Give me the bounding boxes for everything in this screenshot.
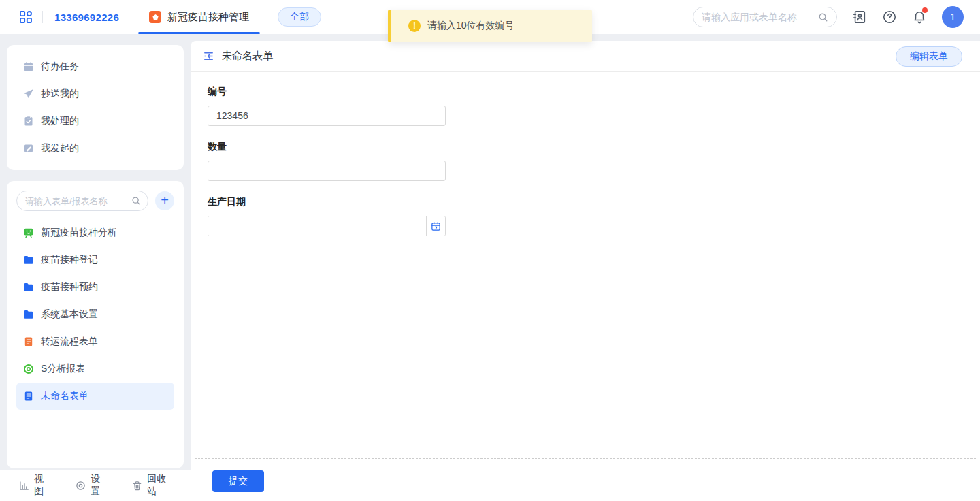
notifications-bell-icon[interactable]	[912, 10, 927, 25]
sidebar-item-vaccine-analysis[interactable]: 新冠疫苗接种分析	[16, 219, 174, 246]
sidebar-item-label: 转运流程表单	[41, 336, 98, 348]
contacts-icon[interactable]	[852, 10, 867, 25]
apps-grid-icon[interactable]	[19, 10, 33, 24]
field-group-number: 编号	[208, 86, 980, 126]
trash-icon	[132, 481, 142, 491]
sidebar-item-s-analysis-report[interactable]: S分析报表	[16, 355, 174, 383]
app-icon	[149, 11, 161, 23]
sidebar-item-todo-tasks[interactable]: 待办任务	[16, 53, 174, 80]
field-label: 生产日期	[208, 196, 980, 208]
sidebar-item-vaccine-registration[interactable]: 疫苗接种登记	[16, 246, 174, 274]
folder-icon	[23, 282, 34, 293]
sidebar-item-cc-to-me[interactable]: 抄送我的	[16, 80, 174, 108]
edit-form-button[interactable]: 编辑表单	[896, 46, 962, 67]
form-header: 未命名表单 编辑表单	[191, 41, 980, 72]
paper-plane-icon	[23, 88, 34, 99]
page-layout: 待办任务 抄送我的 我处理的 我发起的	[0, 34, 980, 501]
calendar-picker-icon[interactable]	[426, 216, 445, 236]
sidebar-item-system-settings[interactable]: 系统基本设置	[16, 301, 174, 328]
forms-list-card: + 新冠疫苗接种分析 疫苗接种登记 疫苗接种预约	[7, 181, 184, 468]
production-date-field	[208, 216, 446, 236]
tab-app-vaccine-management[interactable]: 新冠疫苗接种管理	[138, 0, 260, 34]
form-search-row: +	[16, 191, 174, 211]
form-body: 编号 数量 生产日期	[191, 72, 980, 458]
main-content: 未命名表单 编辑表单 编号 数量 生产日期	[191, 41, 980, 501]
sidebar-item-label: 疫苗接种登记	[41, 254, 98, 266]
task-menu-card: 待办任务 抄送我的 我处理的 我发起的	[7, 45, 184, 170]
sidebar-item-transfer-flow-form[interactable]: 转运流程表单	[16, 328, 174, 355]
app-tab-label: 新冠疫苗接种管理	[167, 11, 249, 24]
sidebar-footer: 视图 设置 回收站	[0, 470, 191, 501]
toast-message: 请输入10位有效编号	[427, 20, 514, 32]
footer-item-label: 回收站	[147, 473, 172, 498]
document-blue-icon	[23, 391, 34, 402]
sidebar-item-initiated-by-me[interactable]: 我发起的	[16, 135, 174, 162]
warning-icon: !	[408, 20, 421, 32]
sidebar-item-label: 疫苗接种预约	[41, 281, 98, 293]
global-search-input[interactable]	[702, 12, 814, 22]
field-group-production-date: 生产日期	[208, 196, 980, 236]
target-report-icon	[23, 363, 34, 374]
page-title: 未命名表单	[222, 50, 273, 63]
global-search[interactable]	[693, 7, 837, 27]
sidebar-item-label: S分析报表	[41, 363, 85, 375]
number-field[interactable]	[208, 106, 446, 126]
sidebar-item-handled-by-me[interactable]: 我处理的	[16, 108, 174, 135]
notification-dot	[922, 7, 928, 13]
submit-button[interactable]: 提交	[212, 470, 264, 492]
document-orange-icon	[23, 336, 34, 347]
sidebar-item-label: 未命名表单	[41, 390, 88, 402]
collapse-sidebar-icon[interactable]	[203, 50, 214, 62]
sidebar-item-vaccine-appointment[interactable]: 疫苗接种预约	[16, 274, 174, 301]
user-avatar[interactable]: 1	[942, 6, 964, 28]
sidebar-item-label: 我发起的	[41, 142, 79, 155]
recycle-bin-button[interactable]: 回收站	[132, 473, 172, 498]
header-right: 1	[693, 6, 964, 28]
sidebar-item-label: 新冠疫苗接种分析	[41, 227, 117, 239]
header-divider	[42, 11, 43, 23]
add-form-button[interactable]: +	[155, 191, 174, 210]
form-search-input[interactable]	[25, 196, 129, 206]
views-button[interactable]: 视图	[19, 473, 50, 498]
search-icon	[818, 12, 828, 22]
calendar-task-icon	[23, 61, 34, 72]
active-tab-indicator	[138, 32, 260, 34]
header-left: 13369692226 新冠疫苗接种管理 全部	[19, 0, 321, 34]
folder-icon	[23, 255, 34, 265]
bar-chart-icon	[19, 481, 29, 491]
footer-item-label: 设置	[91, 473, 106, 498]
dashboard-icon	[23, 227, 34, 238]
footer-item-label: 视图	[34, 473, 50, 498]
sidebar-item-label: 系统基本设置	[41, 308, 98, 321]
sidebar-item-unnamed-form[interactable]: 未命名表单	[16, 383, 174, 410]
search-icon	[131, 196, 141, 206]
field-group-quantity: 数量	[208, 141, 980, 181]
field-label: 数量	[208, 141, 980, 153]
quantity-field[interactable]	[208, 161, 446, 181]
sidebar-item-label: 待办任务	[41, 61, 79, 73]
warning-toast: ! 请输入10位有效编号	[388, 10, 592, 42]
settings-button[interactable]: 设置	[76, 473, 106, 498]
sidebar-item-label: 我处理的	[41, 115, 79, 127]
filter-all-button[interactable]: 全部	[278, 7, 321, 27]
form-search[interactable]	[16, 191, 148, 211]
user-phone-number[interactable]: 13369692226	[54, 12, 119, 23]
field-label: 编号	[208, 86, 980, 98]
sidebar: 待办任务 抄送我的 我处理的 我发起的	[0, 34, 191, 501]
settings-icon	[76, 481, 86, 491]
sidebar-item-label: 抄送我的	[41, 88, 79, 100]
folder-icon	[23, 309, 34, 320]
form-footer: 提交	[191, 459, 980, 501]
production-date-input[interactable]	[208, 216, 426, 236]
toast-accent-bar	[388, 10, 391, 42]
top-header: 13369692226 新冠疫苗接种管理 全部 ! 请输入10位有效编号	[0, 0, 980, 34]
clipboard-check-icon	[23, 116, 34, 127]
help-icon[interactable]	[882, 10, 897, 25]
edit-document-icon	[23, 143, 34, 154]
